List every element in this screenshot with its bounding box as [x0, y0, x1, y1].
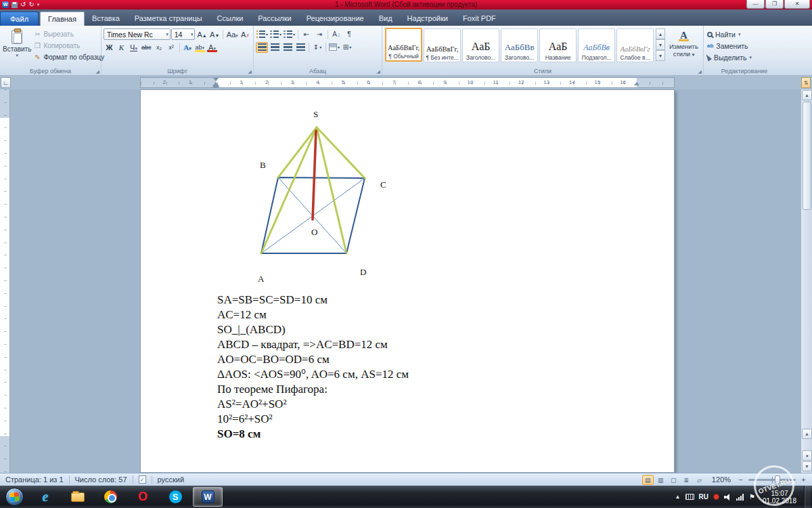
tab-insert[interactable]: Вставка	[85, 12, 127, 26]
replace-button[interactable]: ab Заменить	[706, 41, 783, 51]
tray-app-icon[interactable]	[713, 494, 719, 500]
bold-button[interactable]: Ж	[104, 41, 115, 53]
show-paragraph-marks-button[interactable]: ¶	[343, 29, 355, 40]
view-print-layout-button[interactable]: ▤	[642, 475, 654, 485]
taskbar-explorer[interactable]	[63, 487, 93, 507]
style-card-subtitle[interactable]: АаБбВв Подзагол...	[578, 28, 615, 62]
restore-button[interactable]: ❐	[765, 0, 784, 9]
style-card-normal[interactable]: АаБбВвГг, ¶ Обычный	[385, 28, 422, 62]
shading-button[interactable]: ▾	[328, 42, 340, 53]
taskbar-chrome[interactable]	[95, 487, 125, 507]
vertical-ruler[interactable]	[0, 89, 10, 473]
vertical-scrollbar[interactable]: ▲ ▲ ● ▼	[800, 89, 812, 473]
grow-font-button[interactable]: А▲	[196, 28, 208, 40]
style-card-heading1[interactable]: АаБ Заголово...	[462, 28, 499, 62]
view-draft-button[interactable]: ▱	[694, 475, 705, 485]
font-color-button[interactable]: А▾	[206, 41, 218, 53]
styles-scroll-up-button[interactable]: ▲	[656, 28, 665, 39]
taskbar-clock[interactable]: 15:07 01.02.2018	[763, 490, 796, 505]
action-center-flag-icon[interactable]: ⚑	[749, 494, 755, 501]
tab-stop-selector[interactable]: ∟	[1, 77, 11, 88]
network-icon[interactable]	[736, 494, 744, 501]
minimize-button[interactable]: —	[746, 0, 765, 9]
bullets-button[interactable]: ▾	[256, 29, 269, 40]
right-indent-marker[interactable]	[634, 82, 639, 85]
volume-icon[interactable]	[724, 494, 731, 501]
font-size-select[interactable]: 14 ▾	[171, 28, 196, 40]
document-page[interactable]: S B C O A D SA=SB=SC=SD=10 см AC=12 см S…	[140, 89, 675, 473]
align-left-button[interactable]	[256, 42, 268, 53]
shrink-font-button[interactable]: А▼	[208, 28, 221, 40]
page-indicator[interactable]: Страница: 1 из 1	[0, 473, 69, 486]
multilevel-list-button[interactable]: ▾	[283, 29, 296, 40]
tab-references[interactable]: Ссылки	[210, 12, 251, 26]
next-page-button[interactable]: ▼	[802, 461, 812, 471]
tab-page-layout[interactable]: Разметка страницы	[127, 12, 210, 26]
save-icon[interactable]	[12, 2, 18, 8]
tab-review[interactable]: Рецензирование	[299, 12, 371, 26]
style-card-subtle-emphasis[interactable]: АаБбВвГг Слабое в...	[616, 28, 654, 62]
italic-button[interactable]: К	[116, 41, 127, 53]
select-button[interactable]: Выделить ▾	[706, 52, 783, 62]
line-spacing-button[interactable]: ⇕▾	[311, 42, 323, 53]
underline-button[interactable]: Ч▾	[128, 41, 139, 53]
numbering-button[interactable]: ▾	[269, 29, 282, 40]
paste-dropdown-icon[interactable]: ▾	[16, 53, 18, 58]
qat-customize-icon[interactable]: ▾	[37, 2, 40, 7]
tab-home[interactable]: Главная	[40, 12, 85, 26]
undo-icon[interactable]: ↺	[20, 1, 26, 8]
view-web-layout-button[interactable]: ▢	[668, 475, 679, 485]
repeat-icon[interactable]: ↻	[28, 1, 34, 8]
font-family-select[interactable]: Times New Rc ▾	[104, 28, 171, 40]
view-fullscreen-button[interactable]: ▥	[655, 475, 667, 485]
select-browse-object-button[interactable]: ●	[802, 450, 812, 461]
styles-dialog-launcher[interactable]: ◢	[698, 69, 702, 75]
language-indicator[interactable]: русский	[152, 473, 189, 486]
keyboard-icon[interactable]	[685, 494, 694, 500]
zoom-out-button[interactable]: −	[736, 475, 745, 484]
taskbar-internet-explorer[interactable]: e	[30, 487, 60, 507]
tab-foxit-pdf[interactable]: Foxit PDF	[455, 12, 503, 26]
cut-button[interactable]: ✂ Вырезать	[32, 29, 106, 39]
font-dialog-launcher[interactable]: ◢	[248, 69, 252, 75]
sort-button[interactable]: А↓	[330, 29, 342, 40]
zoom-level[interactable]: 120%	[712, 475, 731, 484]
view-outline-button[interactable]: ≣	[681, 475, 692, 485]
align-center-button[interactable]	[269, 42, 281, 53]
justify-button[interactable]	[294, 42, 307, 53]
tab-addins[interactable]: Надстройки	[400, 12, 455, 26]
align-right-button[interactable]	[281, 42, 294, 53]
zoom-slider-thumb[interactable]	[775, 475, 780, 484]
format-painter-button[interactable]: ✎ Формат по образцу	[32, 52, 106, 62]
tab-mailings[interactable]: Рассылки	[250, 12, 298, 26]
copy-button[interactable]: ❐ Копировать	[32, 41, 106, 51]
spellcheck-status[interactable]: ✓	[133, 473, 152, 486]
left-indent-marker[interactable]	[213, 85, 219, 87]
highlight-button[interactable]: ab▾	[194, 41, 206, 53]
change-case-button[interactable]: Аа▾	[225, 28, 239, 40]
zoom-slider[interactable]	[748, 479, 796, 481]
previous-page-button[interactable]: ▲	[802, 429, 812, 439]
styles-gallery-expand-button[interactable]: ▼	[656, 50, 665, 61]
horizontal-ruler[interactable]: 2112345678910111213141516	[140, 77, 675, 88]
style-card-no-spacing[interactable]: АаБбВвГг, ¶ Без инте...	[424, 28, 461, 62]
superscript-button[interactable]: x²	[166, 41, 177, 53]
scroll-up-button[interactable]: ▲	[802, 90, 812, 100]
zoom-in-button[interactable]: +	[799, 475, 808, 484]
tab-file[interactable]: Файл	[0, 12, 39, 26]
word-app-icon[interactable]: W	[2, 1, 9, 8]
paragraph-dialog-launcher[interactable]: ◢	[377, 69, 380, 75]
clear-formatting-button[interactable]: А✗	[240, 28, 251, 40]
solution-text[interactable]: SA=SB=SC=SD=10 см AC=12 см SO_|_(ABCD) A…	[217, 293, 623, 442]
strikethrough-button[interactable]: abc	[140, 41, 153, 53]
tab-view[interactable]: Вид	[371, 12, 400, 26]
show-desktop-button[interactable]	[804, 486, 811, 508]
taskbar-skype[interactable]: S	[160, 487, 190, 507]
decrease-indent-button[interactable]: ⇤	[300, 29, 313, 40]
style-card-heading2[interactable]: АаБбВв Заголово...	[501, 28, 538, 62]
ruler-toggle-button[interactable]: ⇅	[801, 77, 811, 88]
word-count[interactable]: Число слов: 57	[70, 473, 133, 486]
paste-button[interactable]: Вставить ▾	[2, 28, 32, 66]
change-styles-button[interactable]: А Изменить стили ▾	[667, 28, 701, 58]
taskbar-word-active[interactable]: W	[193, 487, 223, 507]
